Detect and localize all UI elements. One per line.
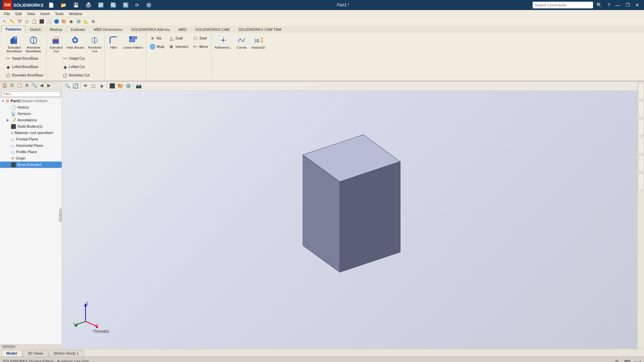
toolbar-btn-6[interactable]: ⬛: [38, 18, 45, 25]
tab-addins[interactable]: SOLIDWORKS Add-Ins: [127, 26, 174, 33]
swept-boss-button[interactable]: 〰 Swept Boss/Base: [3, 55, 45, 63]
reference-button[interactable]: Reference...: [213, 34, 234, 51]
boundary-boss-button[interactable]: ⬡ Boundary Boss/Base: [3, 71, 45, 79]
tree-item-horizontal-plane[interactable]: ▭ Horizontal Plane: [0, 142, 62, 149]
rebuild-button[interactable]: ⟳: [133, 2, 141, 8]
tree-item-annotations[interactable]: ▶ 📝 Annotations: [0, 117, 62, 123]
lofted-cut-button[interactable]: ◈ Lofted Cut: [60, 63, 91, 71]
scrollbar-thumb[interactable]: [2, 345, 15, 348]
extruded-cut-button[interactable]: ExtrudedCut: [48, 34, 64, 55]
save-button[interactable]: 💾: [71, 2, 81, 8]
revolved-boss-button[interactable]: RevolvedBoss/Base: [24, 34, 43, 55]
new-button[interactable]: 📄: [46, 2, 56, 8]
hole-wizard-button[interactable]: Hole Wizard: [65, 34, 86, 51]
tab-sketch[interactable]: Sketch: [25, 26, 46, 33]
vp-section-button[interactable]: ⬛: [108, 82, 116, 89]
menu-tools[interactable]: Tools: [52, 11, 66, 16]
curves-button[interactable]: Curves: [234, 34, 249, 51]
right-panel-btn-4[interactable]: [638, 137, 644, 154]
tree-item-origin[interactable]: ✛ Origin: [0, 155, 62, 162]
tab-mbd[interactable]: MBD: [174, 26, 191, 33]
tree-properties-button[interactable]: 📋: [16, 82, 23, 89]
lofted-boss-button[interactable]: ◈ Lofted Boss/Base: [3, 63, 45, 71]
close-button[interactable]: ✕: [633, 2, 641, 8]
toolbar-btn-7[interactable]: ⬜: [46, 18, 52, 25]
boundary-cut-button[interactable]: ⬡ Boundary Cut: [60, 71, 91, 79]
intersect-button[interactable]: ⊗ Intersect: [167, 43, 190, 51]
tree-item-profile-plane[interactable]: ▭ Profile Plane: [0, 149, 62, 155]
help-button[interactable]: ?: [605, 2, 612, 8]
toolbar-btn-13[interactable]: ⊞: [90, 18, 97, 25]
undo-button[interactable]: ↩️: [96, 2, 106, 8]
toolbar-btn-1[interactable]: ↖: [1, 18, 8, 25]
tab-solidworks-cam[interactable]: SOLIDWORKS CAM: [191, 26, 234, 33]
right-panel-btn-6[interactable]: [638, 173, 644, 190]
toolbar-btn-8[interactable]: 🔵: [53, 18, 60, 25]
shell-button[interactable]: □ Shell: [191, 34, 210, 42]
restore-button[interactable]: ❐: [624, 2, 632, 8]
tab-solidworks-cam-tbm[interactable]: SOLIDWORKS CAM TBM: [234, 26, 285, 33]
toolbar-btn-3[interactable]: ✂️: [16, 18, 23, 25]
panel-resize-handle[interactable]: ‹: [59, 208, 62, 222]
right-panel-btn-3[interactable]: [638, 119, 644, 136]
tab-evaluate[interactable]: Evaluate: [66, 26, 90, 33]
right-panel-btn-2[interactable]: [638, 101, 644, 118]
tree-item-boss-extrude1[interactable]: ⬛ Boss-Extrude1: [0, 162, 62, 168]
tab-motion-study[interactable]: Motion Study 1: [49, 350, 84, 356]
menu-window[interactable]: Window: [66, 11, 85, 16]
vp-zoom-button[interactable]: 🔍: [63, 82, 71, 89]
tree-filter-button[interactable]: 🔍: [31, 82, 38, 89]
tree-item-solid-bodies[interactable]: ⬛ Solid Bodies(1): [0, 123, 62, 130]
tree-next-button[interactable]: ▶: [46, 82, 52, 89]
tree-filter-input[interactable]: [1, 91, 60, 97]
select-button[interactable]: ↖️: [121, 2, 130, 8]
tab-features[interactable]: Features: [1, 25, 25, 33]
options-button[interactable]: ⚙️: [144, 2, 154, 8]
search-button[interactable]: 🔍: [594, 2, 604, 8]
tree-item-sensors[interactable]: 📡 Sensors: [0, 111, 62, 117]
extruded-boss-button[interactable]: ExtrudedBoss/Base: [5, 34, 23, 55]
toolbar-btn-11[interactable]: ⚙️: [75, 18, 82, 25]
toolbar-btn-9[interactable]: 🎨: [60, 18, 67, 25]
revolved-cut-button[interactable]: RevolvedCut: [86, 34, 103, 55]
tab-3d-views[interactable]: 3D Views: [23, 350, 48, 356]
vp-options-button[interactable]: ⚙️: [124, 82, 132, 89]
vp-hide-show-button[interactable]: ◈: [98, 82, 105, 89]
tree-prev-button[interactable]: ◀: [38, 82, 45, 89]
open-button[interactable]: 📂: [59, 2, 68, 8]
viewport[interactable]: 🔍 🔄 👁 ◻ ◈ ⬛ 🎨 ⚙️ 📷: [62, 81, 637, 349]
right-panel-btn-5[interactable]: [638, 155, 644, 172]
search-input[interactable]: [533, 2, 593, 8]
tree-item-frontal-plane[interactable]: ▭ Frontal Plane: [0, 136, 62, 142]
menu-file[interactable]: File: [1, 11, 13, 16]
redo-button[interactable]: ↪️: [108, 2, 118, 8]
toolbar-btn-5[interactable]: 📋: [31, 18, 38, 25]
tab-markup[interactable]: Markup: [46, 26, 67, 33]
vp-appearance-button[interactable]: 🎨: [116, 82, 124, 89]
vp-rotate-button[interactable]: 🔄: [71, 82, 79, 89]
tree-home-button[interactable]: 🏠: [1, 82, 8, 89]
instant3d-button[interactable]: 3D Instant3D: [250, 34, 267, 51]
tree-scrollbar[interactable]: [0, 344, 62, 349]
tree-part-root[interactable]: ▼ ⚙ Part1 (Default<<Default>: [0, 98, 62, 104]
tree-config-button[interactable]: ⚙: [23, 82, 30, 89]
tree-item-history[interactable]: 🕐 History: [0, 104, 62, 111]
swept-cut-button[interactable]: 〰 Swept Cut: [60, 55, 91, 63]
rib-button[interactable]: ≡ Rib: [148, 34, 166, 42]
print-button[interactable]: 🖨️: [84, 2, 93, 8]
tree-list-button[interactable]: ☰: [9, 82, 15, 89]
menu-edit[interactable]: Edit: [13, 11, 24, 16]
linear-pattern-button[interactable]: Linear Pattern: [121, 34, 145, 51]
vp-display-button[interactable]: ◻: [90, 82, 97, 89]
minimize-button[interactable]: —: [613, 2, 622, 8]
menu-insert[interactable]: Insert: [38, 11, 52, 16]
right-panel-btn-1[interactable]: [638, 83, 644, 100]
toolbar-btn-12[interactable]: 📐: [83, 18, 89, 25]
draft-button[interactable]: △ Draft: [167, 34, 190, 42]
toolbar-btn-10[interactable]: ◉: [68, 18, 74, 25]
tree-item-material[interactable]: ≡ Material <not specified>: [0, 130, 62, 136]
toolbar-btn-2[interactable]: ✏️: [9, 18, 15, 25]
tab-mbd-dimensions[interactable]: MBD Dimensions: [90, 26, 127, 33]
wrap-button[interactable]: 🌀 Wrap: [148, 43, 166, 51]
fillet-button[interactable]: Fillet: [106, 34, 121, 51]
